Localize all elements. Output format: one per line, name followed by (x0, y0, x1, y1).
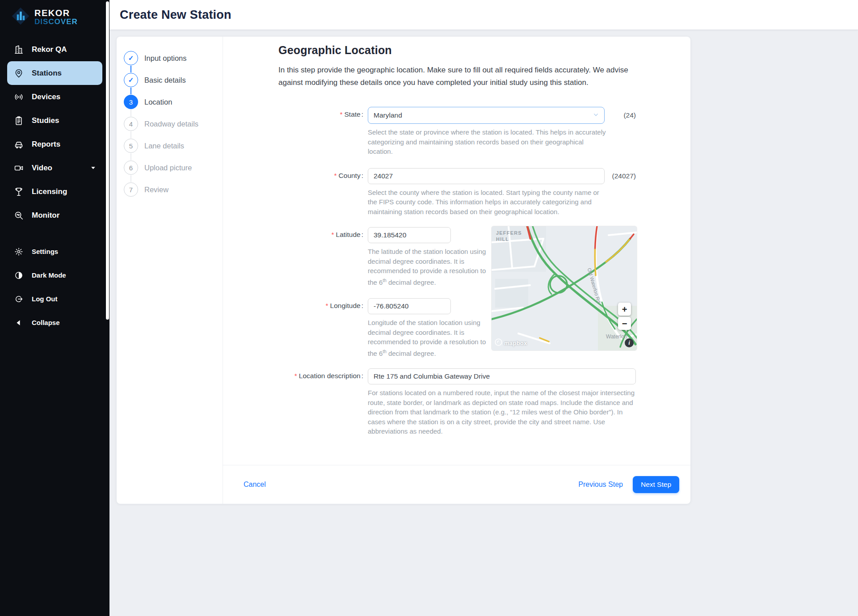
sidebar-item-label: Licensing (32, 187, 67, 196)
location-description-label: *Location description: (278, 368, 364, 436)
clipboard-icon (13, 115, 24, 126)
form-row-county: *County: (24027) Select the county where… (278, 168, 639, 217)
location-pin-icon (13, 68, 24, 79)
location-map[interactable]: JEFFERS HILL Old Waterloo Rd Waterloo + … (492, 226, 637, 350)
stepper-step-review[interactable]: 7 Review (124, 182, 223, 197)
monitor-search-icon (13, 210, 24, 221)
cancel-button[interactable]: Cancel (244, 481, 266, 489)
form-row-state: *State: Maryland (278, 107, 639, 156)
logout-icon (13, 294, 24, 304)
logo-text: REKOR DISCOVER (34, 8, 78, 26)
required-asterisk: * (334, 172, 337, 179)
sidebar-item-devices[interactable]: Devices (7, 85, 102, 109)
logo-line-discover: DISCOVER (34, 18, 78, 26)
next-step-button[interactable]: Next Step (633, 476, 679, 493)
state-label: *State: (278, 107, 364, 156)
stepper-step-roadway-details[interactable]: 4 Roadway details (124, 117, 223, 139)
step-connector (130, 110, 131, 116)
chevron-down-icon[interactable] (90, 165, 96, 171)
county-fips-code: (24027) (612, 172, 636, 180)
step-rail: ✓ (124, 73, 138, 95)
previous-step-button[interactable]: Previous Step (578, 481, 623, 489)
step-label: Location (144, 95, 172, 117)
stepper-step-location[interactable]: 3 Location (124, 95, 223, 117)
sidebar: REKOR DISCOVER Rekor QA Stations (0, 0, 109, 616)
app-root: REKOR DISCOVER Rekor QA Stations (0, 0, 858, 504)
sidebar-scrollbar[interactable] (106, 1, 109, 320)
signal-icon (13, 92, 24, 102)
latitude-label: *Latitude: (278, 227, 364, 287)
sidebar-item-label: Log Out (32, 295, 57, 303)
county-help-text: Select the county where the station is l… (368, 188, 609, 217)
step-rail: 5 (124, 139, 138, 160)
step-number: 4 (124, 117, 138, 131)
latitude-help-text: The latitude of the station location usi… (368, 247, 492, 287)
step-label: Input options (144, 51, 187, 73)
step-connector (130, 66, 131, 72)
step-label: Lane details (144, 139, 184, 160)
logo[interactable]: REKOR DISCOVER (0, 0, 109, 34)
step-label: Roadway details (144, 117, 198, 139)
location-description-input[interactable] (368, 368, 636, 384)
map-info-button[interactable]: i (625, 338, 634, 347)
page-body: ✓ Input options ✓ Basic details (109, 30, 858, 504)
page-title: Create New Station (120, 8, 231, 22)
sidebar-item-stations[interactable]: Stations (7, 61, 102, 85)
sidebar-item-log-out[interactable]: Log Out (7, 287, 102, 311)
map-zoom-controls: + − (618, 303, 631, 330)
wizard-card: ✓ Input options ✓ Basic details (117, 37, 690, 504)
step-check-icon: ✓ (124, 51, 138, 65)
sidebar-item-reports[interactable]: Reports (7, 132, 102, 156)
county-input[interactable] (368, 168, 605, 184)
collapse-arrow-icon (13, 317, 24, 328)
sidebar-nav: Rekor QA Stations Devices Studies (0, 34, 109, 227)
section-title: Geographic Location (278, 44, 639, 57)
section-intro: In this step provide the geographic loca… (278, 64, 639, 89)
sidebar-item-rekor-qa[interactable]: Rekor QA (7, 38, 102, 61)
sidebar-item-label: Dark Mode (32, 271, 66, 279)
latitude-input[interactable] (368, 227, 451, 243)
county-control: (24027) Select the county where the stat… (368, 168, 636, 217)
stepper-step-input-options[interactable]: ✓ Input options (124, 51, 223, 73)
sidebar-item-label: Reports (32, 140, 60, 149)
top-header: Create New Station (109, 0, 858, 30)
select-chevron-down-icon (593, 111, 599, 119)
sidebar-item-video[interactable]: Video (7, 156, 102, 180)
wizard-stepper: ✓ Input options ✓ Basic details (117, 37, 223, 504)
longitude-input[interactable] (368, 298, 451, 314)
step-check-icon: ✓ (124, 73, 138, 87)
step-label: Upload picture (144, 160, 192, 182)
map-zoom-in-button[interactable]: + (618, 303, 631, 316)
required-asterisk: * (294, 372, 297, 380)
step-connector (130, 131, 131, 138)
sidebar-item-collapse[interactable]: Collapse (7, 311, 102, 334)
map-zoom-out-button[interactable]: − (618, 317, 631, 330)
step-number: 5 (124, 139, 138, 153)
wizard-footer: Cancel Previous Step Next Step (223, 465, 690, 504)
logo-line-rekor: REKOR (34, 8, 78, 18)
sidebar-item-settings[interactable]: Settings (7, 240, 102, 263)
sidebar-item-monitor[interactable]: Monitor (7, 203, 102, 227)
mapbox-wordmark: mapbox (504, 340, 527, 346)
sidebar-item-studies[interactable]: Studies (7, 109, 102, 132)
sidebar-item-label: Monitor (32, 211, 59, 220)
step-label: Review (144, 182, 168, 197)
sidebar-item-label: Stations (32, 69, 62, 78)
stepper-step-lane-details[interactable]: 5 Lane details (124, 139, 223, 160)
stepper-step-basic-details[interactable]: ✓ Basic details (124, 73, 223, 95)
location-description-help-text: For stations located on a numbered route… (368, 388, 636, 436)
step-rail: 3 (124, 95, 138, 117)
sidebar-footer-nav: Settings Dark Mode Log Out Collapse (0, 236, 109, 334)
county-label: *County: (278, 168, 364, 217)
step-rail: ✓ (124, 51, 138, 73)
location-description-control: For stations located on a numbered route… (368, 368, 636, 436)
sidebar-item-label: Video (32, 164, 52, 173)
rekor-logo-icon (11, 6, 30, 28)
sidebar-item-licensing[interactable]: Licensing (7, 180, 102, 203)
sidebar-item-dark-mode[interactable]: Dark Mode (7, 263, 102, 287)
required-asterisk: * (331, 231, 334, 238)
mapbox-attribution[interactable]: mapbox (495, 338, 527, 347)
stepper-step-upload-picture[interactable]: 6 Upload picture (124, 160, 223, 182)
state-select-value: Maryland (374, 111, 402, 119)
state-select[interactable]: Maryland (368, 107, 605, 124)
